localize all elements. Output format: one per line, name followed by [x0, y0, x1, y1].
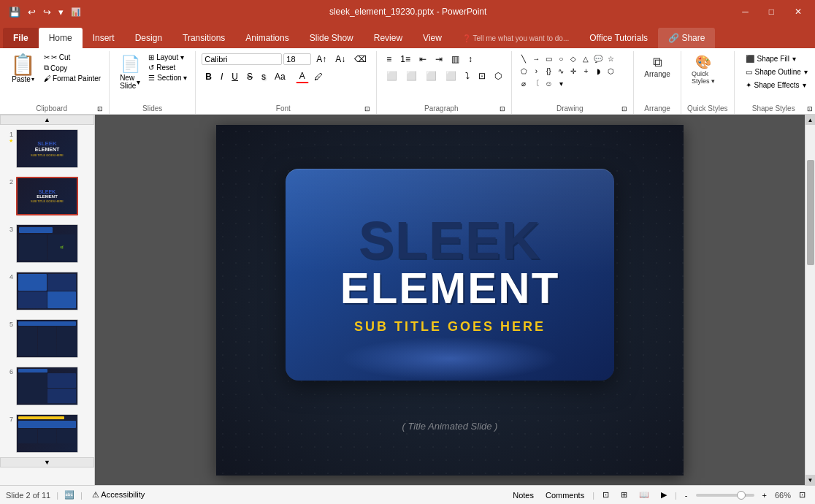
slide-thumb-2[interactable]: 2 SLEEK ELEMENT SUB TITLE GOES HERE	[0, 172, 94, 220]
align-text-button[interactable]: ⊡	[475, 69, 489, 83]
shape-effects-button[interactable]: ✦ Shape Effects ▾	[741, 79, 813, 91]
tab-design[interactable]: Design	[125, 28, 172, 48]
copy-button[interactable]: ⧉ Copy	[42, 63, 103, 73]
clipboard-expand-icon[interactable]: ⊡	[97, 105, 103, 112]
align-right-button[interactable]: ⬜	[422, 69, 440, 83]
shape-outline-button[interactable]: ▭ Shape Outline ▾	[741, 66, 813, 78]
quick-styles-button[interactable]: 🎨 QuickStyles ▾	[687, 53, 719, 88]
align-left-button[interactable]: ⬜	[383, 69, 401, 83]
italic-button[interactable]: I	[217, 70, 226, 83]
line-spacing-button[interactable]: ↕	[464, 53, 476, 66]
shape-triangle[interactable]: △	[580, 53, 592, 64]
shape-brace[interactable]: 〔	[530, 77, 542, 89]
font-color-button[interactable]: A	[296, 69, 309, 83]
slide-thumb-6[interactable]: 6	[0, 362, 94, 410]
text-direction-button[interactable]: ⤵	[462, 69, 473, 83]
change-case-button[interactable]: Aa	[271, 70, 289, 83]
shape-chevron[interactable]: ›	[530, 65, 542, 77]
scroll-down-button[interactable]: ▼	[806, 475, 816, 485]
scroll-track[interactable]	[806, 125, 815, 475]
layout-button[interactable]: ⊞ Layout ▾	[146, 53, 189, 62]
shape-smiley[interactable]: ☺	[543, 77, 554, 89]
clear-format-button[interactable]: ⌫	[351, 53, 370, 66]
font-expand-icon[interactable]: ⊡	[364, 105, 370, 112]
accessibility-button[interactable]: ⚠ Accessibility	[88, 489, 148, 501]
increase-font-button[interactable]: A↑	[313, 53, 330, 66]
tab-transitions[interactable]: Transitions	[172, 28, 235, 48]
tab-home[interactable]: Home	[39, 28, 83, 48]
drawing-expand-icon[interactable]: ⊡	[621, 105, 627, 112]
minimize-button[interactable]: ─	[735, 4, 756, 20]
tab-insert[interactable]: Insert	[83, 28, 125, 48]
align-center-button[interactable]: ⬜	[402, 69, 421, 83]
redo-button[interactable]: ↪	[40, 5, 54, 19]
shape-moon[interactable]: ◗	[592, 65, 604, 77]
zoom-slider[interactable]	[696, 494, 754, 497]
tab-view[interactable]: View	[413, 28, 452, 48]
text-highlight-button[interactable]: 🖊	[310, 70, 326, 83]
zoom-in-button[interactable]: +	[759, 489, 770, 501]
normal-view-button[interactable]: ⊡	[599, 489, 613, 501]
reading-view-button[interactable]: 📖	[635, 489, 653, 501]
shape-can[interactable]: ⌀	[518, 77, 529, 89]
tab-office-tutorials[interactable]: Office Tutorials	[579, 28, 658, 48]
paragraph-expand-icon[interactable]: ⊡	[500, 105, 505, 112]
slide-thumb-5[interactable]: 5	[0, 315, 94, 362]
numbering-button[interactable]: 1≡	[397, 53, 414, 66]
shape-callout[interactable]: 💬	[592, 53, 604, 64]
vertical-scrollbar[interactable]: ▲ ▼	[805, 115, 815, 485]
shape-pentagon[interactable]: ⬠	[518, 65, 529, 77]
fit-slide-button[interactable]: ⊡	[795, 489, 809, 501]
maximize-button[interactable]: □	[762, 4, 781, 20]
close-button[interactable]: ✕	[787, 4, 809, 20]
font-size-input[interactable]	[283, 53, 311, 65]
smartart-button[interactable]: ⬡	[491, 69, 505, 83]
tab-share[interactable]: 🔗 Share	[658, 28, 715, 48]
slide-thumb-7[interactable]: 7	[0, 410, 94, 457]
paste-button[interactable]: 📋 Paste ▾	[6, 53, 40, 85]
slide-show-button[interactable]: ▶	[657, 489, 670, 501]
save-button[interactable]: 💾	[6, 5, 23, 19]
strikethrough-button[interactable]: S	[243, 70, 256, 83]
panel-scroll-up[interactable]: ▲	[0, 115, 94, 125]
slide-sorter-button[interactable]: ⊞	[617, 489, 631, 501]
format-painter-button[interactable]: 🖌 Format Painter	[42, 74, 103, 83]
arrange-button[interactable]: ⧉ Arrange	[640, 53, 675, 81]
shape-plus[interactable]: +	[580, 65, 592, 77]
shape-line[interactable]: ╲	[518, 53, 529, 64]
shape-star[interactable]: ☆	[605, 53, 616, 64]
increase-indent-button[interactable]: ⇥	[432, 53, 446, 66]
tab-file[interactable]: File	[3, 28, 39, 48]
justify-button[interactable]: ⬜	[442, 69, 460, 83]
shape-cube[interactable]: ⬡	[605, 65, 616, 77]
text-shadow-button[interactable]: s	[258, 70, 269, 83]
shape-arrow[interactable]: →	[530, 53, 542, 64]
notes-button[interactable]: Notes	[509, 489, 537, 501]
underline-button[interactable]: U	[228, 70, 242, 83]
tab-review[interactable]: Review	[364, 28, 413, 48]
slide-thumb-4[interactable]: 4	[0, 267, 94, 315]
shape-circle[interactable]: ○	[555, 53, 567, 64]
section-button[interactable]: ☰ Section ▾	[146, 73, 189, 83]
undo-button[interactable]: ↩	[25, 5, 39, 19]
shape-bracket[interactable]: {}	[543, 65, 554, 77]
zoom-out-button[interactable]: -	[681, 489, 692, 501]
shape-options-expand-icon[interactable]: ⊡	[807, 105, 813, 112]
qat-customize-button[interactable]: ▾	[56, 5, 66, 19]
panel-scroll-down[interactable]: ▼	[0, 457, 94, 467]
comments-button[interactable]: Comments	[542, 489, 588, 501]
shape-rect[interactable]: ▭	[543, 53, 554, 64]
reset-button[interactable]: ↺ Reset	[146, 63, 189, 72]
scroll-up-button[interactable]: ▲	[806, 115, 816, 125]
bullets-button[interactable]: ≡	[383, 53, 395, 66]
slide-canvas[interactable]: SLEEK ELEMENT SUB TITLE GOES HERE ( Titl…	[216, 125, 684, 476]
slide-thumb-1[interactable]: 1 SLEEK ELEMENT SUB TITLE GOES HERE	[0, 125, 94, 172]
shape-more[interactable]: ▾	[555, 77, 567, 89]
new-slide-button[interactable]: 📄 New Slide ▾	[115, 53, 145, 92]
shape-diamond[interactable]: ◇	[567, 53, 579, 64]
shape-cross[interactable]: ✛	[567, 65, 579, 77]
shape-fill-button[interactable]: ⬛ Shape Fill ▾	[741, 53, 813, 65]
columns-button[interactable]: ▥	[448, 53, 463, 66]
slide-thumb-3[interactable]: 3 🌿	[0, 220, 94, 267]
tab-animations[interactable]: Animations	[235, 28, 299, 48]
